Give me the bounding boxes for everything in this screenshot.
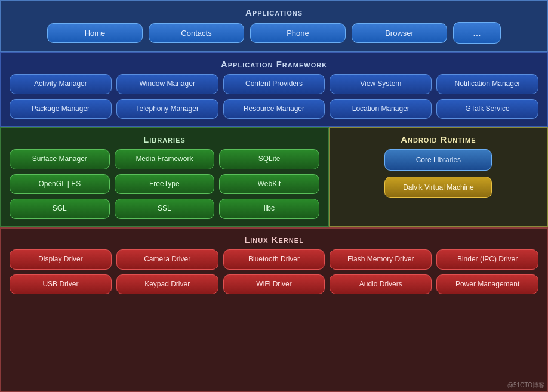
fw-btn-content-providers[interactable]: Content Providers bbox=[223, 74, 325, 94]
libraries-grid: Surface Manager Media Framework SQLite O… bbox=[10, 149, 319, 219]
android-runtime-section: Android Runtime Core Libraries Dalvik Vi… bbox=[329, 127, 548, 227]
app-btn-phone[interactable]: Phone bbox=[250, 23, 346, 43]
lib-btn-surface-manager[interactable]: Surface Manager bbox=[10, 149, 110, 169]
kernel-btn-binder-ipc-driver[interactable]: Binder (IPC) Driver bbox=[436, 249, 538, 270]
rt-btn-core-libraries[interactable]: Core Libraries bbox=[384, 149, 492, 171]
kernel-btn-power-management[interactable]: Power Management bbox=[436, 274, 538, 295]
lib-btn-media-framework[interactable]: Media Framework bbox=[115, 149, 215, 169]
applications-section: Applications Home Contacts Phone Browser… bbox=[0, 0, 548, 52]
fw-btn-activity-manager[interactable]: Activity Manager bbox=[10, 74, 112, 94]
framework-title: Application Framework bbox=[10, 59, 538, 69]
watermark: @51CTO博客 bbox=[507, 381, 544, 390]
lib-btn-ssl[interactable]: SSL bbox=[115, 199, 215, 219]
kernel-btn-flash-memory-driver[interactable]: Flash Memory Driver bbox=[330, 249, 432, 270]
android-architecture-diagram: Applications Home Contacts Phone Browser… bbox=[0, 0, 548, 392]
runtime-grid: Core Libraries Dalvik Virtual Machine bbox=[338, 149, 538, 198]
fw-btn-gtalk-service[interactable]: GTalk Service bbox=[436, 99, 538, 119]
app-btn-browser[interactable]: Browser bbox=[352, 23, 447, 43]
kernel-btn-wifi-driver[interactable]: WiFi Driver bbox=[223, 274, 325, 295]
app-btn-home[interactable]: Home bbox=[47, 23, 143, 43]
fw-btn-resource-manager[interactable]: Resource Manager bbox=[223, 99, 325, 119]
kernel-btn-audio-drivers[interactable]: Audio Drivers bbox=[330, 274, 432, 295]
fw-btn-window-manager[interactable]: Window Manager bbox=[116, 74, 218, 94]
middle-section: Libraries Surface Manager Media Framewor… bbox=[0, 127, 548, 227]
fw-btn-notification-manager[interactable]: Notification Manager bbox=[436, 74, 538, 94]
applications-title: Applications bbox=[10, 7, 538, 17]
kernel-btn-keypad-driver[interactable]: Keypad Driver bbox=[116, 274, 218, 295]
kernel-section: Linux Kernel Display Driver Camera Drive… bbox=[0, 227, 548, 392]
kernel-grid: Display Driver Camera Driver Bluetooth D… bbox=[10, 249, 538, 294]
applications-buttons: Home Contacts Phone Browser ... bbox=[10, 22, 538, 44]
lib-btn-sgl[interactable]: SGL bbox=[10, 199, 110, 219]
kernel-btn-usb-driver[interactable]: USB Driver bbox=[10, 274, 112, 295]
lib-btn-sqlite[interactable]: SQLite bbox=[219, 149, 319, 169]
lib-btn-libc[interactable]: libc bbox=[219, 199, 319, 219]
kernel-btn-bluetooth-driver[interactable]: Bluetooth Driver bbox=[223, 249, 325, 270]
rt-btn-dalvik-vm[interactable]: Dalvik Virtual Machine bbox=[384, 177, 492, 198]
fw-btn-view-system[interactable]: View System bbox=[330, 74, 432, 94]
libraries-section: Libraries Surface Manager Media Framewor… bbox=[0, 127, 329, 227]
framework-grid: Activity Manager Window Manager Content … bbox=[10, 74, 538, 119]
kernel-title: Linux Kernel bbox=[10, 234, 538, 245]
android-runtime-title: Android Runtime bbox=[338, 134, 538, 144]
fw-btn-telephony-manager[interactable]: Telephony Manager bbox=[116, 99, 218, 119]
app-btn-contacts[interactable]: Contacts bbox=[149, 23, 244, 43]
framework-section: Application Framework Activity Manager W… bbox=[0, 52, 548, 127]
lib-btn-webkit[interactable]: WebKit bbox=[219, 174, 319, 195]
kernel-btn-display-driver[interactable]: Display Driver bbox=[10, 249, 112, 270]
fw-btn-location-manager[interactable]: Location Manager bbox=[330, 99, 432, 119]
libraries-title: Libraries bbox=[10, 134, 319, 144]
app-btn-more[interactable]: ... bbox=[453, 22, 501, 44]
lib-btn-opengl-es[interactable]: OpenGL | ES bbox=[10, 174, 110, 195]
lib-btn-freetype[interactable]: FreeType bbox=[115, 174, 215, 195]
fw-btn-package-manager[interactable]: Package Manager bbox=[10, 99, 112, 119]
kernel-btn-camera-driver[interactable]: Camera Driver bbox=[116, 249, 218, 270]
